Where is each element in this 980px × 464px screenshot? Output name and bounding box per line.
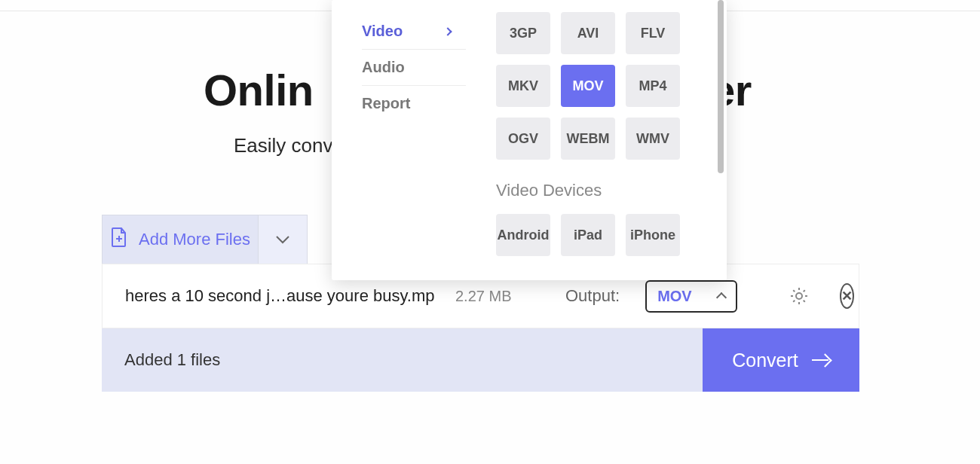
dropdown-tab-audio-label: Audio (362, 59, 405, 76)
format-option-mov[interactable]: MOV (561, 65, 615, 107)
add-more-bar: Add More Files (102, 215, 308, 264)
device-option-iphone[interactable]: iPhone (626, 214, 680, 256)
page-title-left: Onlin (204, 65, 314, 115)
dropdown-tab-audio[interactable]: Audio (362, 50, 466, 86)
output-label: Output: (565, 286, 620, 306)
dropdown-tab-report[interactable]: Report (362, 86, 466, 121)
dropdown-tab-video[interactable]: Video (362, 14, 466, 50)
device-option-ipad[interactable]: iPad (561, 214, 615, 256)
svg-point-0 (796, 293, 802, 299)
chevron-up-icon (716, 292, 727, 303)
gear-icon (789, 285, 810, 307)
format-grid: 3GPAVIFLVMKVMOVMP4OGVWEBMWMV (496, 12, 712, 160)
remove-file-button[interactable]: ✕ (840, 283, 854, 309)
devices-grid: AndroidiPadiPhone (496, 214, 712, 256)
file-size: 2.27 MB (455, 288, 523, 305)
format-option-flv[interactable]: FLV (626, 12, 680, 54)
format-option-mp4[interactable]: MP4 (626, 65, 680, 107)
devices-section-label: Video Devices (496, 181, 712, 200)
device-option-android[interactable]: Android (496, 214, 550, 256)
format-option-webm[interactable]: WEBM (561, 118, 615, 160)
arrow-right-icon (812, 354, 830, 366)
convert-button[interactable]: Convert (703, 328, 859, 392)
file-name: heres a 10 second j…ause youre busy.mp4 (125, 286, 434, 306)
add-more-files-button[interactable]: Add More Files (103, 215, 259, 264)
format-dropdown-panel: Video Audio Report 3GPAVIFLVMKVMOVMP4OGV… (332, 0, 727, 280)
added-files-text: Added 1 files (102, 350, 220, 370)
dropdown-main: 3GPAVIFLVMKVMOVMP4OGVWEBMWMV Video Devic… (466, 0, 727, 280)
format-option-ogv[interactable]: OGV (496, 118, 550, 160)
convert-button-label: Convert (732, 350, 798, 371)
add-more-chevron-button[interactable] (259, 215, 307, 264)
output-format-value: MOV (657, 288, 692, 305)
dropdown-tab-video-label: Video (362, 23, 403, 40)
add-more-files-label: Add More Files (139, 230, 250, 249)
output-format-select[interactable]: MOV (645, 280, 737, 313)
page-subtitle-left: Easily conv (234, 134, 333, 157)
chevron-right-icon (443, 27, 452, 35)
close-icon: ✕ (841, 288, 853, 304)
chevron-down-icon (275, 235, 290, 244)
format-option-avi[interactable]: AVI (561, 12, 615, 54)
file-plus-icon (110, 227, 128, 252)
format-option-3gp[interactable]: 3GP (496, 12, 550, 54)
format-option-mkv[interactable]: MKV (496, 65, 550, 107)
dropdown-scrollbar[interactable] (718, 0, 724, 173)
dropdown-tab-report-label: Report (362, 95, 410, 112)
dropdown-sidebar: Video Audio Report (332, 0, 466, 280)
footer-bar: Added 1 files Convert (102, 328, 859, 392)
format-option-wmv[interactable]: WMV (626, 118, 680, 160)
settings-button[interactable] (789, 283, 810, 309)
